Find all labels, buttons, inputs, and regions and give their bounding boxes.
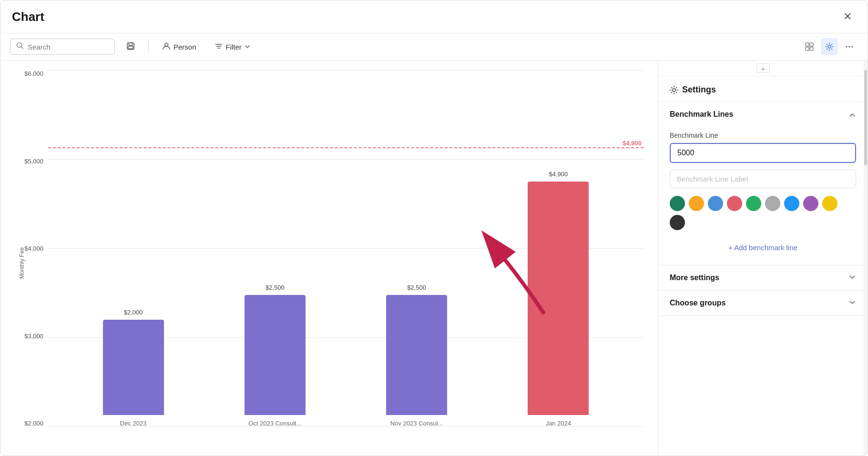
settings-panel: ▲ Settings Benchmark Lines: [658, 61, 868, 456]
color-swatch-orange[interactable]: [689, 196, 704, 211]
settings-gear-icon: [670, 86, 678, 94]
chart-area: Monthly Fee $6,000 $5,000 $4,000 $3,000 …: [0, 61, 658, 456]
modal-container: Chart ✕: [0, 0, 868, 456]
search-input[interactable]: [28, 43, 109, 51]
color-swatch-red[interactable]: [727, 196, 742, 211]
settings-title: Settings: [670, 85, 716, 95]
color-swatch-gray[interactable]: [765, 196, 780, 211]
choose-groups-title: Choose groups: [670, 299, 725, 307]
scrollbar-thumb[interactable]: [864, 70, 867, 165]
svg-rect-4: [128, 46, 133, 49]
choose-groups-chevron-icon: [848, 298, 856, 308]
search-icon: [16, 42, 24, 51]
svg-rect-9: [806, 43, 809, 46]
bar-1[interactable]: [103, 320, 164, 415]
person-button[interactable]: Person: [155, 39, 203, 55]
filter-button[interactable]: Filter: [208, 39, 257, 55]
modal-header: Chart ✕: [0, 0, 868, 33]
more-settings-section: More settings: [658, 265, 868, 291]
bar-3[interactable]: [386, 295, 447, 415]
bar-group-3: $2,500 Nov 2023 Consul...: [378, 284, 455, 427]
choose-groups-header[interactable]: Choose groups: [658, 291, 868, 315]
more-settings-header[interactable]: More settings: [658, 265, 868, 290]
close-button[interactable]: ✕: [839, 8, 856, 25]
svg-rect-12: [810, 47, 813, 51]
svg-point-13: [828, 45, 831, 48]
y-tick-4000: $4,000: [24, 245, 43, 252]
color-swatch-bright-green[interactable]: [746, 196, 761, 211]
bars-container: $2,000 Dec 2023 $2,500 Oct 2023 Consult.…: [48, 70, 643, 427]
bar-label-2: Oct 2023 Consult...: [248, 417, 301, 427]
color-swatch-black[interactable]: [670, 215, 685, 230]
grid-view-button[interactable]: [801, 38, 818, 55]
toolbar-right: [801, 38, 858, 55]
svg-point-15: [849, 46, 850, 48]
save-button[interactable]: [120, 39, 142, 55]
filter-chevron-icon: [245, 43, 250, 51]
bar-value-2: $2,500: [266, 284, 285, 291]
bar-4[interactable]: [528, 182, 589, 415]
settings-button[interactable]: [821, 38, 838, 55]
bar-group-4: $4,900 Jan 2024: [520, 171, 596, 427]
person-icon: [162, 42, 171, 52]
filter-icon: [214, 42, 223, 52]
bar-group-2: $2,500 Oct 2023 Consult...: [237, 284, 313, 427]
svg-point-14: [846, 46, 848, 48]
search-box: [10, 39, 115, 55]
svg-point-16: [852, 46, 853, 48]
person-label: Person: [174, 43, 196, 51]
filter-label: Filter: [226, 43, 242, 51]
bar-group-1: $2,000 Dec 2023: [95, 309, 172, 427]
benchmark-lines-title: Benchmark Lines: [670, 110, 733, 119]
toolbar-divider: [148, 40, 149, 53]
bar-value-1: $2,000: [124, 309, 143, 316]
y-tick-6000: $6,000: [24, 70, 43, 77]
color-swatch-blue[interactable]: [708, 196, 723, 211]
add-benchmark-button[interactable]: + Add benchmark line: [670, 240, 856, 255]
more-settings-title: More settings: [670, 274, 719, 282]
bar-label-1: Dec 2023: [120, 417, 147, 427]
scrollbar-track: [864, 61, 868, 456]
benchmark-line-label: Benchmark Line: [670, 132, 856, 139]
benchmark-line-input[interactable]: [670, 143, 856, 163]
more-settings-chevron-icon: [848, 273, 856, 283]
svg-point-18: [673, 89, 675, 91]
y-tick-5000: $5,000: [24, 158, 43, 165]
save-icon: [126, 42, 135, 52]
color-swatch-green[interactable]: [670, 196, 685, 211]
settings-panel-header: Settings: [658, 76, 868, 102]
color-swatch-yellow[interactable]: [822, 196, 837, 211]
toolbar: Person Filter: [0, 33, 868, 61]
benchmark-lines-header[interactable]: Benchmark Lines: [658, 102, 868, 127]
bar-label-3: Nov 2023 Consul...: [390, 417, 443, 427]
bar-value-4: $4,900: [549, 171, 568, 178]
svg-line-1: [21, 47, 23, 49]
benchmark-lines-section: Benchmark Lines Benchmark Line: [658, 102, 868, 265]
y-tick-2000: $2,000: [24, 420, 43, 427]
bar-label-4: Jan 2024: [546, 417, 572, 427]
color-swatches: [670, 196, 856, 230]
benchmark-lines-content: Benchmark Line: [658, 127, 868, 265]
svg-rect-10: [810, 43, 813, 46]
more-options-button[interactable]: [841, 38, 858, 55]
color-swatch-purple[interactable]: [803, 196, 818, 211]
choose-groups-section: Choose groups: [658, 291, 868, 316]
y-axis-label: Monthly Fee: [19, 247, 25, 278]
color-swatch-teal[interactable]: [784, 196, 799, 211]
bar-2[interactable]: [245, 295, 306, 415]
settings-body: Benchmark Lines Benchmark Line: [658, 102, 868, 456]
y-tick-3000: $3,000: [24, 333, 43, 340]
main-content: Monthly Fee $6,000 $5,000 $4,000 $3,000 …: [0, 61, 868, 456]
benchmark-line-label-input[interactable]: [670, 170, 856, 188]
modal-title: Chart: [12, 10, 44, 24]
benchmark-lines-chevron-icon: [848, 110, 856, 119]
bar-value-3: $2,500: [407, 284, 426, 291]
scroll-up-button[interactable]: ▲: [756, 63, 770, 73]
svg-rect-11: [806, 47, 809, 51]
